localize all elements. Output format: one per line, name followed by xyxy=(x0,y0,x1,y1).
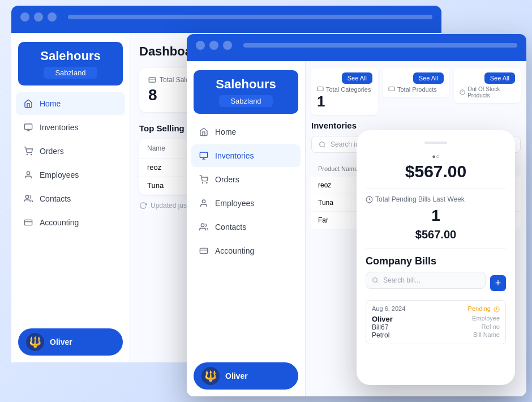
bill-date: Aug 6, 2024 xyxy=(372,305,405,313)
bill-date-row: Aug 6, 2024 Pending xyxy=(372,305,500,313)
bill-ref-label: Ref no xyxy=(482,323,500,331)
out-of-stock-card: See All Out Of Stock Products xyxy=(454,68,521,103)
front-accounting-label: Accounting xyxy=(215,246,254,255)
svg-rect-0 xyxy=(24,124,32,129)
front-sidebar-item-employees[interactable]: Employees xyxy=(191,192,301,215)
sidebar-item-employees[interactable]: Employees xyxy=(16,164,125,186)
back-user-name: Oliver xyxy=(50,337,72,347)
mobile-amount-block: ●○ $567.00 xyxy=(366,153,506,181)
sidebar-item-home[interactable]: Home xyxy=(16,92,125,115)
svg-rect-7 xyxy=(24,220,32,225)
front-stats-row: See All Total Categories 1 See All xyxy=(311,68,521,115)
sidebar-item-contacts-label: Contacts xyxy=(40,194,71,203)
svg-point-4 xyxy=(31,154,32,155)
back-logo-block: Salehours Sabzland xyxy=(18,42,123,85)
employees-icon xyxy=(23,169,34,181)
browser-dot-1 xyxy=(20,12,29,22)
back-user-avatar: 🔱 xyxy=(26,333,44,351)
bill-product-name: Petrol xyxy=(372,331,389,339)
sidebar-item-contacts[interactable]: Contacts xyxy=(16,187,125,210)
svg-point-25 xyxy=(320,142,325,147)
mobile-search-row: Search bill... + xyxy=(366,272,506,294)
mobile-search[interactable]: Search bill... xyxy=(366,272,486,289)
bill-product-row: Petrol Bill Name xyxy=(372,331,500,339)
front-sidebar-item-contacts[interactable]: Contacts xyxy=(191,216,301,238)
front-user-block[interactable]: 🔱 Oliver xyxy=(194,362,298,390)
sidebar-item-inventories-label: Inventories xyxy=(40,123,78,132)
see-all-categories-btn[interactable]: See All xyxy=(342,72,372,84)
front-user-name: Oliver xyxy=(225,371,248,380)
front-dot-2 xyxy=(209,41,218,50)
categories-card: See All Total Categories 1 xyxy=(311,68,378,115)
browser-address-bar xyxy=(68,15,432,19)
mobile-pending-amount: $567.00 xyxy=(366,228,506,241)
bill-employee-label: Employee xyxy=(472,315,500,323)
mobile-handle xyxy=(424,142,447,144)
svg-point-3 xyxy=(27,154,27,155)
front-dot-1 xyxy=(196,41,205,50)
back-nav: Home Inventories Orders xyxy=(11,88,130,322)
front-contacts-icon xyxy=(198,221,209,233)
sidebar-item-home-label: Home xyxy=(40,99,61,108)
front-nav: Home Inventories Orders xyxy=(187,116,305,356)
back-browser-titlebar xyxy=(11,6,441,28)
svg-point-6 xyxy=(25,195,28,198)
front-sidebar: Salehours Sabzland Home xyxy=(187,61,306,396)
products-label-text: Total Products xyxy=(397,86,437,93)
browser-dot-3 xyxy=(48,12,57,22)
front-contacts-label: Contacts xyxy=(215,223,246,232)
front-employees-label: Employees xyxy=(215,199,254,208)
sidebar-item-inventories[interactable]: Inventories xyxy=(16,116,125,139)
bill-name-label: Bill Name xyxy=(473,331,500,339)
svg-point-14 xyxy=(202,182,203,183)
front-sidebar-item-orders[interactable]: Orders xyxy=(191,168,301,191)
front-orders-label: Orders xyxy=(215,175,239,184)
front-home-label: Home xyxy=(215,127,236,136)
categories-label: Total Categories xyxy=(317,86,372,93)
svg-point-16 xyxy=(202,200,205,203)
products-card: See All Total Products xyxy=(383,68,449,97)
mobile-add-button[interactable]: + xyxy=(490,275,506,291)
back-logo-sub: Sabzland xyxy=(44,67,97,79)
back-logo-title: Salehours xyxy=(27,49,114,63)
see-all-stock-btn[interactable]: See All xyxy=(484,72,515,84)
svg-point-5 xyxy=(27,172,29,174)
sidebar-item-accounting[interactable]: Accounting xyxy=(16,211,125,234)
svg-rect-20 xyxy=(318,87,323,91)
front-inventories-label: Inventories xyxy=(215,151,254,160)
orders-icon xyxy=(23,146,34,157)
inventory-icon xyxy=(23,122,34,133)
front-user-avatar: 🔱 xyxy=(201,367,220,385)
svg-point-17 xyxy=(201,224,204,226)
front-logo-sub: Sabzland xyxy=(219,95,272,107)
see-all-products-btn[interactable]: See All xyxy=(413,72,444,84)
update-label: Updated just xyxy=(151,202,188,209)
home-icon xyxy=(23,98,34,109)
back-sidebar: Salehours Sabzland Home xyxy=(11,33,130,362)
mobile-divider-2 xyxy=(366,248,506,249)
bill-employee-row: Oliver Employee xyxy=(372,315,500,323)
front-sidebar-item-inventories[interactable]: Inventories xyxy=(191,144,301,167)
front-home-icon xyxy=(198,126,209,138)
front-sidebar-item-home[interactable]: Home xyxy=(191,121,301,143)
front-sidebar-item-accounting[interactable]: Accounting xyxy=(191,240,301,262)
bill-ref-value: Bill67 xyxy=(372,323,388,331)
bill-employee-value: Oliver xyxy=(372,315,393,323)
front-employees-icon xyxy=(198,198,209,209)
sidebar-item-employees-label: Employees xyxy=(40,170,79,179)
bill-status: Pending xyxy=(468,305,500,313)
front-accounting-icon xyxy=(198,245,209,256)
bill-item: Aug 6, 2024 Pending Oliver Employee Bill… xyxy=(366,300,506,344)
svg-rect-18 xyxy=(200,248,207,253)
browser-dot-2 xyxy=(34,12,43,22)
back-user-block[interactable]: 🔱 Oliver xyxy=(18,328,123,356)
svg-rect-11 xyxy=(200,152,207,157)
svg-rect-21 xyxy=(389,87,394,91)
products-label: Total Products xyxy=(388,86,444,93)
front-logo-block: Salehours Sabzland xyxy=(194,70,298,114)
svg-point-27 xyxy=(373,278,377,283)
sidebar-item-accounting-label: Accounting xyxy=(40,218,79,227)
bill-ref-row: Bill67 Ref no xyxy=(372,323,500,331)
sidebar-item-orders[interactable]: Orders xyxy=(16,140,125,162)
mobile-amount: $567.00 xyxy=(366,162,506,181)
